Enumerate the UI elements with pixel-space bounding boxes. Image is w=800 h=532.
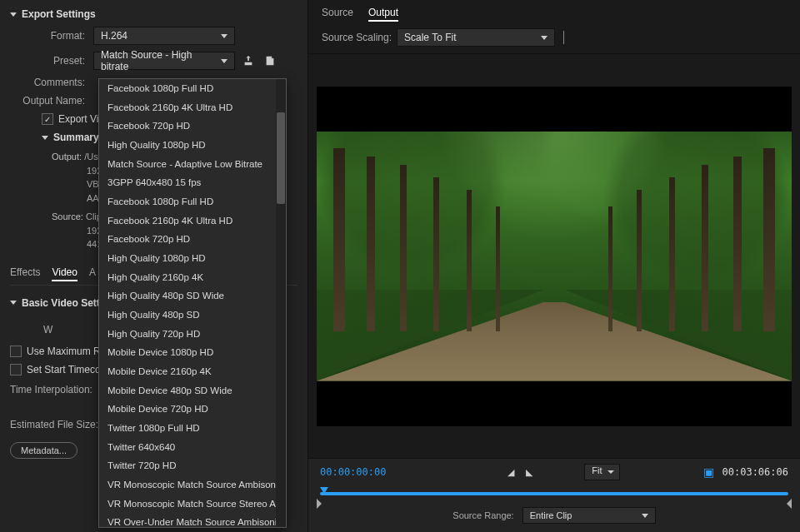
preset-dropdown-list[interactable]: Facebook 1080p Full HDFacebook 2160p 4K … [98, 78, 287, 528]
preset-option[interactable]: Twitter 720p HD [99, 456, 286, 475]
tab-output[interactable]: Output [368, 7, 398, 22]
preview-monitor [308, 54, 800, 458]
export-settings-header[interactable]: Export Settings [10, 8, 298, 20]
preset-option[interactable]: High Quality 1080p HD [99, 249, 286, 268]
preset-option[interactable]: Twitter 1080p Full HD [99, 419, 286, 438]
preset-option[interactable]: Mobile Device 2160p 4K [99, 362, 286, 381]
preset-select[interactable]: Match Source - High bitrate [93, 52, 235, 70]
preview-tabs: Source Output [308, 0, 800, 25]
preset-option[interactable]: Mobile Device 480p SD Wide [99, 381, 286, 400]
preset-option[interactable]: Facebook 1080p Full HD [99, 192, 286, 211]
format-value: H.264 [101, 30, 128, 42]
preset-option[interactable]: VR Monoscopic Match Source Ambisonics [99, 475, 286, 495]
chevron-down-icon [42, 136, 48, 140]
preset-option[interactable]: Facebook 1080p Full HD [99, 79, 286, 98]
timecode-start[interactable]: 00:00:00:00 [320, 466, 386, 478]
source-range-value: Entire Clip [530, 510, 572, 520]
preset-option[interactable]: Facebook 720p HD [99, 117, 286, 136]
mark-out-button[interactable]: ◣ [524, 467, 534, 478]
format-label: Format: [10, 30, 93, 42]
preview-panel: Source Output Source Scaling: Scale To F… [308, 0, 800, 532]
save-preset-icon[interactable] [240, 52, 257, 69]
video-frame[interactable] [317, 87, 792, 426]
preset-option[interactable]: VR Monoscopic Match Source Stereo Audio [99, 495, 286, 514]
timeline-range [320, 492, 788, 495]
source-range-select[interactable]: Entire Clip [522, 507, 656, 524]
chevron-down-icon [10, 12, 17, 17]
zoom-fit-select[interactable]: Fit [584, 464, 619, 480]
metadata-button-label: Metadata... [21, 445, 67, 455]
comments-label: Comments: [10, 77, 93, 88]
source-range-label: Source Range: [452, 510, 513, 520]
preset-label: Preset: [10, 55, 93, 67]
metadata-button[interactable]: Metadata... [10, 442, 78, 459]
zoom-fit-value: Fit [592, 465, 602, 475]
playhead[interactable] [320, 487, 328, 499]
format-select[interactable]: H.264 [93, 27, 235, 45]
text-cursor-icon [563, 31, 564, 44]
summary-title: Summary [53, 132, 99, 143]
timecode-end: 00:03:06:06 [722, 466, 788, 478]
tab-audio-truncated[interactable]: A [89, 266, 96, 281]
summary-output-line1: /Us [84, 152, 98, 162]
set-start-tc-checkbox[interactable] [10, 364, 22, 375]
time-interp-label: Time Interpolation: [10, 384, 92, 395]
safe-margins-icon[interactable]: ▣ [703, 465, 714, 479]
import-preset-icon[interactable] [262, 52, 278, 69]
preset-option[interactable]: Twitter 640x640 [99, 438, 286, 457]
preset-option[interactable]: Mobile Device 1080p HD [99, 343, 286, 362]
tab-effects[interactable]: Effects [10, 266, 40, 281]
tab-source[interactable]: Source [322, 7, 353, 22]
preset-option[interactable]: VR Over-Under Match Source Ambisonics [99, 513, 286, 528]
preset-option[interactable]: High Quality 2160p 4K [99, 268, 286, 287]
preset-option[interactable]: High Quality 480p SD Wide [99, 286, 286, 306]
in-point-handle[interactable] [317, 499, 322, 509]
export-video-checkbox[interactable] [42, 113, 53, 125]
dropdown-scroll-thumb[interactable] [277, 112, 285, 204]
tab-video[interactable]: Video [52, 266, 77, 281]
export-settings-title: Export Settings [22, 8, 96, 20]
estimated-file-size-label: Estimated File Size: [10, 419, 98, 430]
preset-option[interactable]: 3GPP 640x480 15 fps [99, 173, 286, 192]
preset-option[interactable]: Mobile Device 720p HD [99, 400, 286, 419]
preset-option[interactable]: High Quality 1080p HD [99, 136, 286, 155]
preset-option[interactable]: Facebook 720p HD [99, 230, 286, 249]
preset-option[interactable]: High Quality 720p HD [99, 325, 286, 344]
output-name-label: Output Name: [10, 95, 93, 107]
timeline-track[interactable] [320, 487, 788, 499]
export-settings-panel: Export Settings Format: H.264 Preset: Ma… [0, 0, 308, 532]
preset-value: Match Source - High bitrate [101, 49, 216, 72]
source-scaling-label: Source Scaling: [322, 32, 397, 43]
source-scaling-value: Scale To Fit [404, 32, 456, 43]
summary-output-label: Output: [52, 152, 82, 162]
use-max-render-checkbox[interactable] [10, 346, 22, 357]
source-scaling-select[interactable]: Scale To Fit [397, 28, 555, 47]
preset-option[interactable]: High Quality 480p SD [99, 306, 286, 325]
chevron-down-icon [10, 301, 17, 305]
timeline-controls: 00:00:00:00 ◢ ◣ Fit ▣ 00:03:06:06 Source… [308, 458, 800, 532]
basic-video-settings-title: Basic Video Setti [22, 297, 102, 309]
out-point-handle[interactable] [787, 499, 792, 509]
preset-option[interactable]: Facebook 2160p 4K Ultra HD [99, 211, 286, 231]
summary-source-label: Source: [52, 211, 83, 221]
preset-option[interactable]: Match Source - Adaptive Low Bitrate [99, 155, 286, 174]
preset-option[interactable]: Facebook 2160p 4K Ultra HD [99, 98, 286, 117]
mark-in-button[interactable]: ◢ [506, 467, 516, 478]
video-preview-image [317, 132, 792, 381]
dropdown-scrollbar[interactable] [276, 79, 286, 527]
